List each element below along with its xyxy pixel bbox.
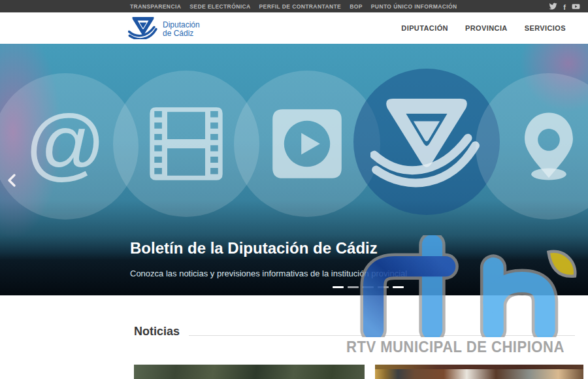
carousel-indicators (333, 286, 404, 288)
main-navigation: DIPUTACIÓN PROVINCIA SERVICIOS (401, 12, 566, 44)
film-strip-icon (148, 106, 224, 182)
hero-title: Boletín de la Diputación de Cádiz (130, 239, 407, 257)
video-play-icon (271, 108, 343, 180)
news-card-image-landscape[interactable] (134, 365, 365, 379)
news-section: Noticias (0, 295, 588, 379)
location-pin-icon (512, 110, 585, 183)
carousel-dot-1[interactable] (333, 286, 344, 288)
link-bop[interactable]: BOP (350, 3, 363, 10)
link-perfil-contratante[interactable]: PERFIL DE CONTRANTANTE (259, 3, 342, 10)
diputacion-logo-text: Diputación de Cádiz (163, 21, 200, 38)
social-links: f (549, 0, 580, 12)
youtube-icon[interactable] (572, 3, 580, 10)
news-heading-row: Noticias (134, 325, 575, 338)
hero-caption: Boletín de la Diputación de Cádiz Conozc… (130, 239, 407, 278)
diputacion-cadiz-homepage: TRANSPARENCIA SEDE ELECTRÓNICA PERFIL DE… (0, 0, 588, 379)
news-section-title: Noticias (134, 325, 180, 338)
top-utility-bar: TRANSPARENCIA SEDE ELECTRÓNICA PERFIL DE… (0, 0, 588, 12)
link-punto-unico[interactable]: PUNTO ÚNICO INFORMACIÓN (371, 3, 457, 10)
site-header: Diputación de Cádiz DIPUTACIÓN PROVINCIA… (0, 12, 588, 44)
hero-carousel: @ (0, 44, 588, 295)
diputacion-logo-icon (128, 17, 158, 42)
nav-diputacion[interactable]: DIPUTACIÓN (401, 24, 448, 32)
at-symbol-icon: @ (25, 104, 106, 184)
carousel-prev-button[interactable] (7, 173, 20, 190)
link-transparencia[interactable]: TRANSPARENCIA (130, 3, 181, 10)
hero-subtitle: Conozca las noticias y previsiones infor… (130, 269, 407, 278)
carousel-dot-5[interactable] (393, 286, 404, 288)
facebook-icon[interactable]: f (563, 1, 566, 12)
carousel-dot-2[interactable] (348, 286, 359, 288)
top-utility-links: TRANSPARENCIA SEDE ELECTRÓNICA PERFIL DE… (130, 3, 457, 10)
diputacion-logo[interactable]: Diputación de Cádiz (128, 17, 200, 42)
hero-circle-location (476, 73, 588, 220)
news-heading-rule (189, 335, 575, 336)
twitter-icon[interactable] (549, 3, 557, 10)
diputacion-emblem-icon (370, 93, 483, 191)
nav-servicios[interactable]: SERVICIOS (525, 24, 566, 32)
news-card-image-meeting[interactable] (375, 365, 583, 379)
link-sede-electronica[interactable]: SEDE ELECTRÓNICA (189, 3, 250, 10)
carousel-dot-3[interactable] (363, 286, 374, 288)
carousel-dot-4[interactable] (378, 286, 389, 288)
nav-provincia[interactable]: PROVINCIA (465, 24, 508, 32)
